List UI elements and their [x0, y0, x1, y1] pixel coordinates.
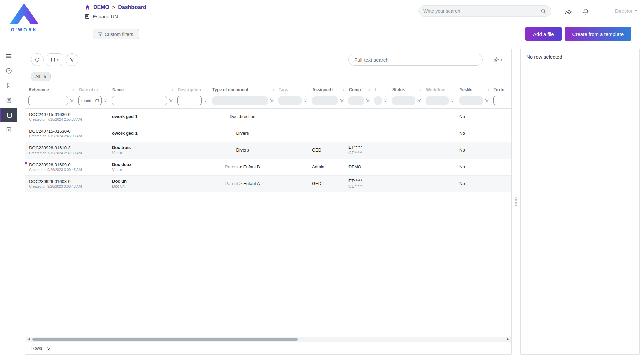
type-value: > Enfant B	[239, 164, 260, 170]
filter-input-name[interactable]	[112, 96, 167, 105]
cell-type: Parent> Enfant B	[209, 159, 276, 175]
column-header-company[interactable]: Comp...›	[346, 84, 372, 95]
column-resize-handle[interactable]: ›	[488, 87, 489, 92]
calendar-icon	[95, 99, 99, 102]
filter-funnel-icon[interactable]	[270, 98, 274, 103]
fulltext-search-input[interactable]	[348, 54, 483, 66]
share-button[interactable]	[563, 6, 574, 17]
table-settings-button[interactable]: ▾	[493, 57, 502, 63]
column-resize-handle[interactable]: ›	[306, 87, 308, 92]
filter-cell-date: mm/d	[76, 96, 109, 105]
filter-funnel-icon	[98, 32, 102, 36]
column-header-name[interactable]: Name›	[109, 84, 175, 95]
column-resize-handle[interactable]: ›	[453, 87, 455, 92]
scrollbar-thumb[interactable]	[32, 338, 298, 341]
add-file-button[interactable]: Add a file	[525, 27, 562, 41]
scroll-left-arrow[interactable]	[26, 337, 32, 342]
column-header-type[interactable]: Type of document›	[209, 84, 276, 95]
custom-filters-button[interactable]: Custom filters	[93, 29, 139, 39]
column-chooser-button[interactable]: ▾	[47, 53, 62, 66]
filter-button[interactable]	[66, 53, 78, 66]
column-resize-handle[interactable]: ›	[73, 87, 74, 92]
cell-tags	[276, 142, 309, 159]
column-resize-handle[interactable]: ›	[206, 87, 208, 92]
caret-down-icon: ▾	[57, 58, 58, 62]
tab-all[interactable]: All : 5	[31, 72, 51, 81]
filter-funnel-icon[interactable]	[203, 98, 208, 103]
column-header-status[interactable]: Status›	[389, 84, 423, 95]
column-header-assigned[interactable]: Assigned t...›	[309, 84, 346, 95]
menu-icon	[6, 53, 12, 59]
table-row[interactable]: PDFDOC240715-01636-0Created on 7/15/2024…	[25, 109, 511, 125]
filter-disabled-i	[374, 96, 382, 105]
column-label: Name	[112, 87, 124, 92]
cell-date	[76, 142, 109, 159]
panel-divider	[512, 49, 520, 355]
refresh-button[interactable]	[31, 53, 44, 66]
filter-funnel-icon[interactable]	[417, 98, 421, 103]
horizontal-scrollbar[interactable]	[26, 337, 511, 342]
column-resize-handle[interactable]: ›	[106, 87, 108, 92]
filter-input-reference[interactable]	[28, 96, 68, 105]
column-resize-handle[interactable]: ›	[369, 87, 370, 92]
table-row[interactable]: DOC230926-01609-0Created on 9/26/2023 3:…	[25, 159, 511, 176]
resize-grip[interactable]	[515, 197, 518, 206]
column-resize-handle[interactable]: ›	[386, 87, 388, 92]
sidebar-item-dashboard[interactable]	[0, 63, 17, 78]
filter-funnel-icon[interactable]	[70, 98, 74, 103]
cell-i	[372, 142, 389, 159]
assigned-value: GED	[312, 181, 321, 186]
breadcrumb-current[interactable]: Dashboard	[118, 4, 146, 10]
sidebar-item-archive[interactable]	[0, 122, 17, 137]
column-header-workflow[interactable]: Workflow›	[423, 84, 457, 95]
table-row[interactable]: PDFDOC230926-01608-0Created on 9/26/2023…	[25, 176, 511, 192]
column-header-tags[interactable]: Tags›	[276, 84, 309, 95]
cell-i	[372, 109, 389, 125]
sidebar-item-bookmarks[interactable]	[0, 78, 17, 93]
yesno-value: No	[459, 114, 465, 119]
cell-yesno: No	[457, 109, 491, 125]
scrollbar-track[interactable]	[32, 337, 505, 342]
breadcrumb-home[interactable]: DEMO	[93, 4, 109, 10]
column-resize-handle[interactable]: ›	[420, 87, 421, 92]
column-header-i[interactable]: I...›	[372, 84, 389, 95]
sidebar-item-documents[interactable]	[0, 108, 17, 122]
sidebar-item-library[interactable]	[0, 93, 17, 108]
column-header-date[interactable]: Date of cr...›	[76, 84, 109, 95]
column-resize-handle[interactable]: ›	[273, 87, 274, 92]
table-row[interactable]: PDFDOC240715-01630-0Created on 7/15/2024…	[25, 125, 511, 142]
filter-funnel-icon[interactable]	[366, 98, 370, 103]
filter-funnel-icon[interactable]	[169, 98, 173, 103]
scroll-right-arrow[interactable]	[505, 337, 511, 342]
table-row[interactable]: PDFDOC230926-01610-3Created on 7/15/2024…	[25, 142, 511, 159]
filter-date-date[interactable]: mm/d	[78, 96, 102, 105]
filter-funnel-icon[interactable]	[383, 98, 388, 103]
column-resize-handle[interactable]: ›	[172, 87, 173, 92]
notifications-button[interactable]	[580, 6, 591, 17]
document-subname: Victor	[112, 150, 122, 156]
cell-reference: PDFDOC240715-01630-0Created on 7/15/2024…	[25, 125, 76, 142]
pdf-file-icon: PDF	[25, 146, 26, 154]
sidebar-item-menu[interactable]	[0, 49, 17, 63]
column-header-texte[interactable]: Texte	[491, 84, 511, 95]
filter-funnel-icon[interactable]	[340, 98, 344, 103]
filter-input-description[interactable]	[177, 96, 202, 105]
app-logo[interactable]: O'WORK	[5, 3, 43, 32]
filter-funnel-icon[interactable]	[485, 98, 489, 103]
filter-funnel-icon[interactable]	[303, 98, 308, 103]
column-header-description[interactable]: Description›	[175, 84, 209, 95]
column-header-yesno[interactable]: YesNo›	[457, 84, 491, 95]
column-resize-handle[interactable]: ›	[343, 87, 344, 92]
filter-cell-type	[209, 96, 276, 105]
filter-input-texte[interactable]	[493, 96, 511, 105]
filter-funnel-icon[interactable]	[103, 98, 108, 103]
cell-status	[389, 109, 423, 125]
reference-number: DOC230926-01608-0	[29, 179, 82, 184]
create-from-template-button[interactable]: Create from a template	[565, 27, 631, 41]
filter-funnel-icon[interactable]	[450, 98, 455, 103]
column-header-reference[interactable]: Reference›	[25, 84, 76, 95]
global-search-input[interactable]	[423, 8, 541, 14]
search-icon[interactable]	[541, 8, 546, 14]
filter-cell-assigned	[309, 96, 346, 105]
role-dropdown[interactable]: Director ▾	[615, 8, 637, 14]
